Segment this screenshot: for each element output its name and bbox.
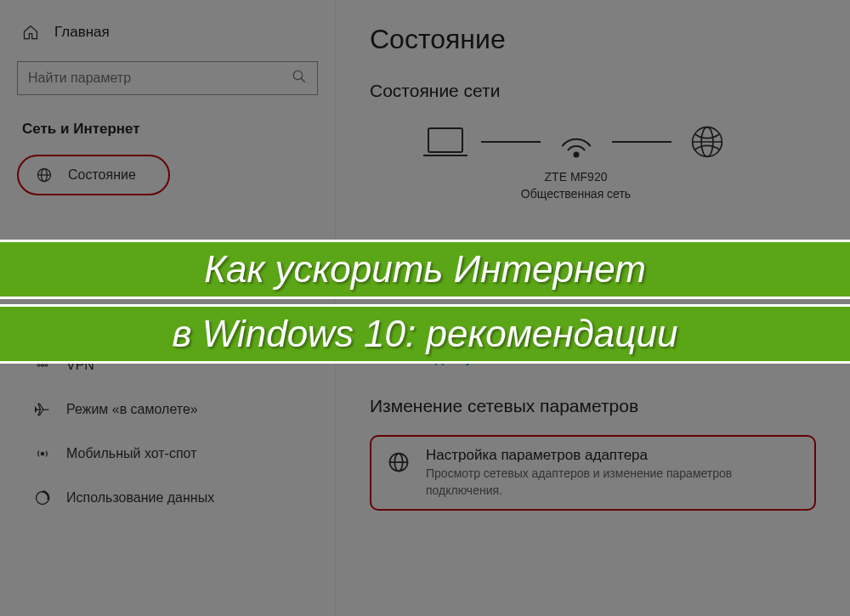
home-label: Главная (54, 24, 110, 41)
sidebar-item-label: Состояние (68, 167, 136, 183)
network-type: Общественная сеть (370, 186, 782, 203)
svg-point-18 (574, 153, 578, 157)
sidebar-item-label: Мобильный хот-спот (66, 446, 196, 461)
laptop-icon (420, 122, 471, 162)
svg-point-9 (37, 365, 40, 367)
connection-line (481, 141, 541, 143)
svg-line-1 (301, 78, 305, 82)
search-box[interactable] (17, 61, 318, 95)
search-input[interactable] (28, 71, 292, 86)
banner-line-2: в Windows 10: рекомендации (0, 304, 850, 364)
svg-rect-16 (428, 128, 462, 152)
adapter-desc: Просмотр сетевых адаптеров и изменение п… (426, 466, 799, 499)
banner-line-1: Как ускорить Интернет (0, 240, 850, 299)
sidebar-item-status[interactable]: Состояние (17, 155, 170, 195)
globe-large-icon (682, 122, 733, 162)
page-title: Состояние (370, 24, 816, 55)
adapter-settings[interactable]: Настройка параметров адаптера Просмотр с… (370, 435, 816, 511)
sidebar-item-hotspot[interactable]: Мобильный хот-спот (17, 433, 318, 474)
svg-point-11 (45, 365, 48, 367)
network-diagram (370, 122, 816, 162)
category-header: Сеть и Интернет (17, 121, 318, 138)
sidebar-item-label: Режим «в самолете» (66, 402, 198, 417)
svg-point-0 (293, 71, 303, 80)
network-name: ZTE MF920 (370, 169, 782, 186)
sidebar-item-airplane[interactable]: Режим «в самолете» (17, 389, 318, 430)
search-icon (292, 69, 307, 88)
adapter-title: Настройка параметров адаптера (426, 447, 799, 464)
globe-icon (36, 167, 53, 184)
svg-point-14 (41, 452, 43, 455)
svg-point-10 (42, 365, 44, 367)
sidebar-home[interactable]: Главная (17, 24, 318, 41)
home-icon (22, 24, 39, 41)
sidebar-item-label: Использование данных (66, 490, 214, 506)
sidebar-item-data-usage[interactable]: Использование данных (17, 478, 318, 518)
data-usage-icon (34, 489, 51, 506)
section-change-settings: Изменение сетевых параметров (370, 396, 816, 416)
network-info: ZTE MF920 Общественная сеть (370, 169, 816, 202)
airplane-icon (34, 401, 51, 418)
hotspot-icon (34, 445, 51, 462)
wifi-icon (551, 122, 602, 162)
section-network-status: Состояние сети (370, 81, 816, 101)
adapter-globe-icon (387, 450, 411, 474)
connection-line (612, 141, 672, 143)
